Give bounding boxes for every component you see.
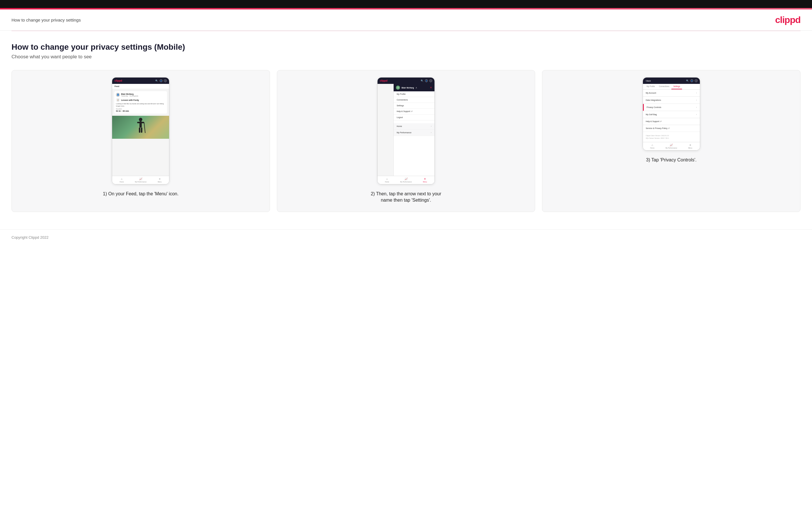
phone-2-logo: clippd (380, 79, 388, 82)
help-label: Help & Support ↗ (397, 110, 412, 113)
home-icon: ⌂ (121, 177, 122, 180)
menu-item-my-profile: My Profile (394, 91, 435, 97)
nav-menu-label: Menu (158, 181, 162, 183)
close-icon: ✕ (430, 86, 432, 89)
my-profile-label: My Profile (397, 93, 405, 95)
step-1-phone: clippd 🔍 👤 ⚙ Feed 👤 Blair McHarg (112, 77, 169, 184)
step-3-phone: ‹ Back 🔍 👤 ⚙ My Profile Connections Sett… (643, 77, 700, 151)
nav-home-label: Home (119, 181, 124, 183)
profile-icon: 👤 (160, 79, 162, 82)
settings-my-golf-bag: My Golf Bag › (643, 111, 700, 118)
settings-data-integrations: Data Integrations › (643, 97, 700, 104)
chevron-privacy: › (696, 106, 697, 109)
feed-label: Feed (112, 84, 169, 89)
nav-performance-label: My Performance (135, 181, 146, 183)
header: How to change your privacy settings clip… (0, 9, 812, 31)
page-heading: How to change your privacy settings (Mob… (11, 43, 801, 52)
nav-performance-label-2: My Performance (400, 181, 412, 183)
settings-icon-2: ⚙ (429, 79, 432, 82)
chevron-golf-bag: › (696, 113, 697, 116)
chevron-right-icon: › (431, 125, 432, 127)
data-integrations-label: Data Integrations (646, 99, 661, 101)
nav-home-3: ⌂ Home (643, 144, 662, 149)
nav-performance-3: 📈 My Performance (662, 144, 681, 149)
settings-tabs: My Profile Connections Settings (643, 84, 700, 90)
step-2-phone: clippd 🔍 👤 ⚙ B (377, 77, 435, 184)
menu-nav-performance: My Performance › (394, 129, 435, 136)
settings-my-account: My Account › (643, 90, 700, 97)
page-subheading: Choose what you want people to see (11, 54, 801, 60)
feed-desc: Looking to feel like my hands are exitin… (116, 103, 165, 107)
help-support-label: Help & Support ↗ (646, 120, 662, 123)
feed-user: 👤 Blair McHarg Yesterday · Sunningdale (116, 93, 165, 97)
settings-icon-3: ⚙ (695, 79, 698, 82)
search-icon-3: 🔍 (686, 79, 689, 82)
nav-menu-label-3: Menu (689, 147, 693, 149)
menu-icon-3: ≡ (690, 144, 691, 147)
menu-icon: ≡ (159, 177, 160, 180)
menu-username: Blair McHarg (401, 87, 414, 89)
menu-item-settings: Settings (394, 103, 435, 109)
copyright-text: Copyright Clippd 2022 (11, 235, 49, 239)
step-3-card: ‹ Back 🔍 👤 ⚙ My Profile Connections Sett… (542, 70, 801, 212)
my-golf-bag-label: My Golf Bag (646, 113, 657, 115)
tab-my-profile: My Profile (645, 84, 657, 89)
back-button: ‹ Back (645, 80, 651, 82)
nav-home-label-2: Home (385, 181, 389, 183)
privacy-policy-label: Service & Privacy Policy ↗ (646, 127, 670, 129)
tab-settings: Settings (671, 84, 682, 89)
lesson-icon: 🏌 (116, 98, 120, 102)
home-icon-2: ⌂ (386, 177, 388, 180)
phone-2-body: B Blair McHarg ∧ ✕ My Profile Connection… (377, 84, 435, 176)
lesson-title: Lesson with Fordy (121, 99, 139, 101)
performance-icon: 📈 (139, 177, 142, 180)
version-info: Clippd Client Version: 2022.8.3-3 SQL Se… (643, 132, 700, 142)
duration-value: 01 hr : 30 min (116, 110, 165, 112)
feed-post: 👤 Blair McHarg Yesterday · Sunningdale 🏌… (114, 91, 167, 114)
logout-label: Logout (397, 116, 403, 118)
step-1-card: clippd 🔍 👤 ⚙ Feed 👤 Blair McHarg (11, 70, 270, 212)
profile-icon-3: 👤 (691, 79, 693, 82)
step-3-caption: 3) Tap 'Privacy Controls'. (646, 157, 697, 163)
phone-2-topbar: clippd 🔍 👤 ⚙ (377, 77, 435, 84)
nav-menu: ≡ Menu (150, 177, 169, 183)
chevron-data: › (696, 99, 697, 101)
feed-sub: Yesterday · Sunningdale (121, 95, 138, 97)
main-content: How to change your privacy settings (Mob… (0, 31, 812, 229)
settings-list: My Account › Data Integrations › Privacy… (643, 90, 700, 132)
feed-username: Blair McHarg (121, 93, 138, 95)
nav-home-2: ⌂ Home (377, 177, 397, 183)
home-nav-label: Home (397, 125, 402, 127)
phone-1-topbar: clippd 🔍 👤 ⚙ (112, 77, 169, 84)
feed-avatar: 👤 (116, 93, 120, 97)
chevron-right-icon-2: › (431, 131, 432, 134)
menu-user-row: B Blair McHarg ∧ (396, 86, 417, 90)
header-title: How to change your privacy settings (11, 17, 81, 22)
phone-3-topbar: ‹ Back 🔍 👤 ⚙ (643, 77, 700, 84)
search-icon: 🔍 (155, 79, 158, 82)
nav-performance-label-3: My Performance (665, 147, 677, 149)
nav-home-label-3: Home (650, 147, 654, 149)
search-icon-2: 🔍 (421, 79, 423, 82)
phone-1-icons: 🔍 👤 ⚙ (155, 79, 167, 82)
step-1-caption: 1) On your Feed, tap the 'Menu' icon. (103, 191, 179, 197)
phone-1-bottom-nav: ⌂ Home 📈 My Performance ≡ Menu (112, 176, 169, 184)
nav-performance-2: 📈 My Performance (397, 177, 415, 183)
menu-item-logout: Logout (394, 115, 435, 120)
phone-3-bottom-nav: ⌂ Home 📈 My Performance ≡ Menu (643, 142, 700, 150)
performance-nav-label: My Performance (397, 131, 411, 133)
privacy-controls-label: Privacy Controls (647, 106, 661, 108)
golf-image (112, 116, 169, 139)
step-2-card: clippd 🔍 👤 ⚙ B (277, 70, 536, 212)
duration-label: Duration (116, 108, 165, 110)
my-account-label: My Account (646, 92, 656, 94)
settings-icon: ⚙ (164, 79, 167, 82)
footer: Copyright Clippd 2022 (0, 229, 812, 245)
svg-point-0 (139, 118, 142, 121)
home-icon-3: ⌂ (652, 144, 653, 147)
settings-privacy-controls: Privacy Controls › (643, 104, 700, 111)
settings-label: Settings (397, 105, 404, 107)
phone-1-body: Feed 👤 Blair McHarg Yesterday · Sunningd… (112, 84, 169, 176)
tab-connections: Connections (657, 84, 671, 89)
bg-feed (377, 84, 395, 176)
